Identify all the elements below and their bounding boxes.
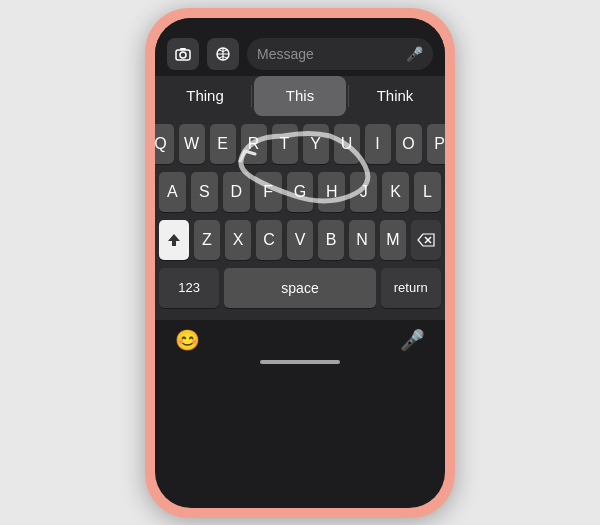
key-z[interactable]: Z (194, 220, 220, 260)
apps-icon[interactable] (207, 38, 239, 70)
svg-rect-2 (180, 48, 186, 50)
key-f[interactable]: F (255, 172, 282, 212)
home-indicator (155, 356, 445, 372)
shift-key[interactable] (159, 220, 189, 260)
bottom-bar: 😊 🎤 (155, 320, 445, 356)
autocomplete-thing[interactable]: Thing (159, 76, 251, 116)
key-j[interactable]: J (350, 172, 377, 212)
keyboard-area: Q W E R T Y U I O P A S D F G (155, 116, 445, 320)
mic-icon-bottom[interactable]: 🎤 (400, 328, 425, 352)
keyboard-row-2: A S D F G H J K L (159, 172, 441, 212)
key-h[interactable]: H (318, 172, 345, 212)
keyboard-wrapper: Q W E R T Y U I O P A S D F G (155, 116, 445, 320)
key-w[interactable]: W (179, 124, 205, 164)
autocomplete-divider-left (251, 85, 252, 107)
key-l[interactable]: L (414, 172, 441, 212)
keyboard-row-3: Z X C V B N M (159, 220, 441, 260)
return-key[interactable]: return (381, 268, 441, 308)
camera-icon[interactable] (167, 38, 199, 70)
key-b[interactable]: B (318, 220, 344, 260)
home-bar (260, 360, 340, 364)
key-o[interactable]: O (396, 124, 422, 164)
key-i[interactable]: I (365, 124, 391, 164)
key-u[interactable]: U (334, 124, 360, 164)
phone-frame: Message 🎤 Thing This Think Q W E R T (145, 8, 455, 518)
keyboard-row-1: Q W E R T Y U I O P (159, 124, 441, 164)
numbers-key[interactable]: 123 (159, 268, 219, 308)
key-s[interactable]: S (191, 172, 218, 212)
key-r[interactable]: R (241, 124, 267, 164)
key-e[interactable]: E (210, 124, 236, 164)
key-m[interactable]: M (380, 220, 406, 260)
key-d[interactable]: D (223, 172, 250, 212)
key-v[interactable]: V (287, 220, 313, 260)
key-x[interactable]: X (225, 220, 251, 260)
space-key[interactable]: space (224, 268, 375, 308)
key-g[interactable]: G (287, 172, 314, 212)
key-p[interactable]: P (427, 124, 446, 164)
delete-key[interactable] (411, 220, 441, 260)
key-y[interactable]: Y (303, 124, 329, 164)
svg-point-1 (180, 52, 186, 58)
keyboard-row-4: 123 space return (159, 268, 441, 308)
phone-inner: Message 🎤 Thing This Think Q W E R T (155, 18, 445, 508)
autocomplete-this[interactable]: This (254, 76, 346, 116)
key-c[interactable]: C (256, 220, 282, 260)
autocomplete-think[interactable]: Think (349, 76, 441, 116)
key-t[interactable]: T (272, 124, 298, 164)
key-a[interactable]: A (159, 172, 186, 212)
mic-icon-top: 🎤 (406, 46, 423, 62)
message-input-bar[interactable]: Message 🎤 (247, 38, 433, 70)
emoji-icon[interactable]: 😊 (175, 328, 200, 352)
status-bar (155, 18, 445, 32)
message-placeholder: Message (257, 46, 406, 62)
key-n[interactable]: N (349, 220, 375, 260)
key-q[interactable]: Q (155, 124, 174, 164)
top-bar: Message 🎤 (155, 32, 445, 76)
autocomplete-bar: Thing This Think (155, 76, 445, 116)
key-k[interactable]: K (382, 172, 409, 212)
